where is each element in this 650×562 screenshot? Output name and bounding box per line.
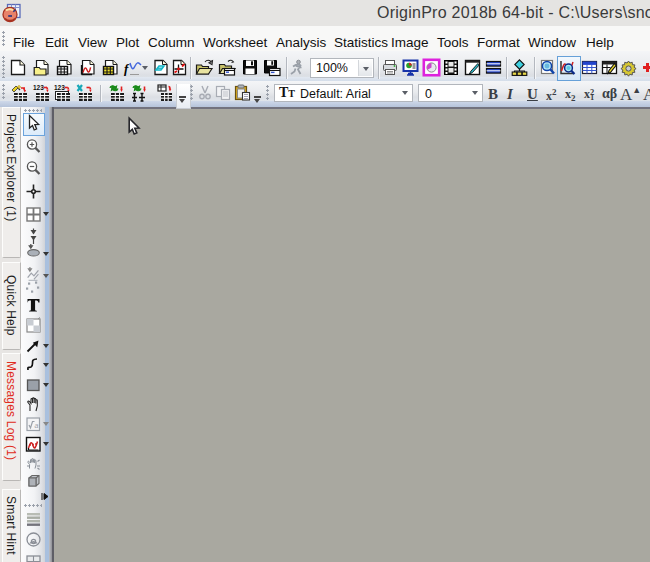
svg-text:a: a — [35, 422, 39, 429]
svg-text:123: 123 — [54, 84, 65, 91]
svg-text:123: 123 — [33, 84, 44, 91]
svg-text:f: f — [124, 61, 130, 76]
